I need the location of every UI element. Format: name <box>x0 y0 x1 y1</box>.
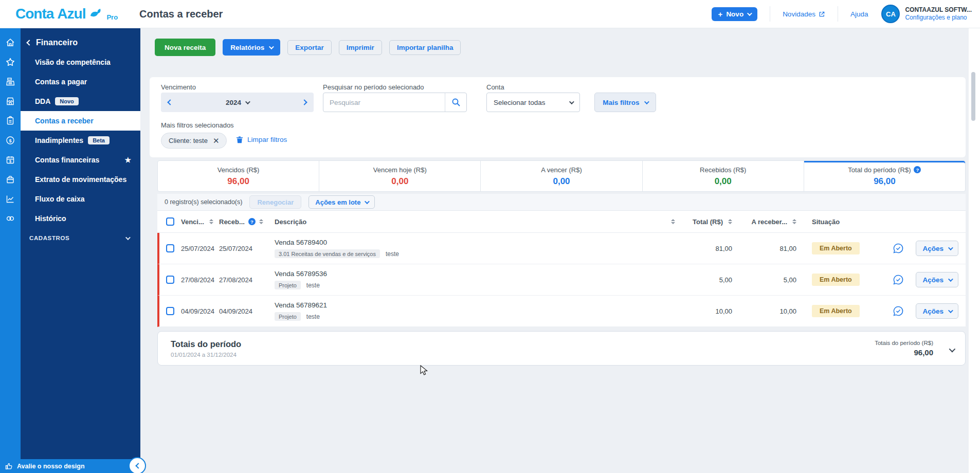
col-areceber-label: A receber... <box>751 218 787 226</box>
account-settings-link[interactable]: Configurações e plano <box>905 14 972 21</box>
card-vencem-hoje[interactable]: Vencem hoje (R$) 0,00 <box>319 160 481 192</box>
col-vencimento-label: Venci... <box>181 218 204 226</box>
leaf-icon <box>89 8 103 20</box>
totals-expand-button[interactable] <box>949 345 954 354</box>
exportar-button[interactable]: Exportar <box>287 40 332 55</box>
areceber-value: 10,00 <box>779 307 796 315</box>
conta-select[interactable]: Selecionar todas <box>486 93 580 112</box>
sidebar-item-label: Visão de competência <box>35 58 111 66</box>
imprimir-button[interactable]: Imprimir <box>339 40 382 55</box>
link-icon[interactable] <box>0 209 21 228</box>
year-dropdown[interactable]: 2024 <box>226 99 249 106</box>
acoes-button[interactable]: Ações <box>916 303 958 319</box>
select-all-checkbox[interactable] <box>166 217 174 226</box>
relatorios-button[interactable]: Relatórios <box>223 39 280 56</box>
col-descricao-label: Descrição <box>275 218 306 226</box>
card-total-periodo[interactable]: Total do período (R$) ? 96,00 <box>804 160 966 192</box>
vencimento-label: Vencimento <box>161 83 196 91</box>
avatar[interactable]: CA <box>881 5 900 23</box>
sidebar-item-fluxo-de-caixa[interactable]: Fluxo de caixa <box>21 189 140 209</box>
row-checkbox[interactable] <box>166 244 174 252</box>
chat-check-icon[interactable] <box>892 242 904 254</box>
star-icon[interactable] <box>0 52 21 72</box>
help-icon[interactable]: ? <box>914 166 921 173</box>
sort-extra[interactable] <box>671 219 675 224</box>
previous-period-button[interactable] <box>168 100 172 104</box>
acoes-em-lote-button[interactable]: Ações em lote <box>308 195 375 209</box>
totals-title: Totais do período <box>171 339 241 349</box>
next-period-button[interactable] <box>302 100 306 104</box>
search-box <box>323 93 467 112</box>
logo-text-azul: Azul <box>57 6 85 22</box>
search-input[interactable] <box>323 93 445 112</box>
logo-pro-label: Pro <box>106 13 118 21</box>
sidebar-item-label: DDA <box>35 97 50 105</box>
limpar-filtros-link[interactable]: Limpar filtros <box>236 136 287 143</box>
sidebar-collapse-button[interactable] <box>129 457 146 473</box>
totals-date-range: 01/01/2024 a 31/12/2024 <box>171 352 241 358</box>
sidebar-item-contas-a-pagar[interactable]: Contas a pagar <box>21 72 140 92</box>
sidebar-item-contas-financeiras[interactable]: Contas financeiras ★ <box>21 150 140 170</box>
row-description[interactable]: Venda 56789536 <box>275 270 665 278</box>
sidebar-section-cadastros[interactable]: CADASTROS <box>21 228 140 248</box>
chat-check-icon[interactable] <box>892 274 904 286</box>
row-checkbox[interactable] <box>166 276 174 284</box>
sidebar-item-historico[interactable]: Histórico <box>21 209 140 228</box>
card-recebidos[interactable]: Recebidos (R$) 0,00 <box>642 160 804 192</box>
renegociar-button[interactable]: Renegociar <box>249 195 301 209</box>
sidebar-item-dda[interactable]: DDA Novo <box>21 92 140 111</box>
novo-button[interactable]: + Novo <box>712 7 758 21</box>
cash-register-icon[interactable] <box>0 72 21 92</box>
thumbs-up-icon <box>5 462 13 470</box>
acoes-button[interactable]: Ações <box>916 272 958 287</box>
sort-total[interactable] <box>728 219 732 224</box>
row-description[interactable]: Venda 56789400 <box>275 239 665 246</box>
chevron-left-icon <box>135 463 141 468</box>
home-icon[interactable] <box>0 33 21 52</box>
help-icon[interactable]: ? <box>248 218 256 225</box>
sort-vencimento[interactable] <box>209 219 213 224</box>
scrollbar-thumb[interactable] <box>971 72 975 121</box>
novidades-link[interactable]: Novidades <box>783 10 825 18</box>
sidebar-item-contas-a-receber[interactable]: Contas a receber <box>21 111 140 131</box>
chevron-down-icon <box>245 99 250 104</box>
chevron-down-icon <box>948 308 953 313</box>
mais-filtros-button[interactable]: Mais filtros <box>594 93 656 112</box>
sidebar-item-visao-de-competencia[interactable]: Visão de competência <box>21 52 140 72</box>
card-label: Total do período (R$) ? <box>848 166 921 174</box>
receivables-table: 0 registro(s) selecionado(s) Renegociar … <box>157 194 966 327</box>
dollar-circle-icon[interactable]: $ <box>0 131 21 150</box>
chat-check-icon[interactable] <box>892 305 904 317</box>
calendar-dollar-icon[interactable]: $ <box>0 150 21 170</box>
sort-areceber[interactable] <box>792 219 796 224</box>
beta-badge: Beta <box>88 136 110 144</box>
box-icon[interactable] <box>0 170 21 189</box>
filter-chip-cliente[interactable]: Cliente: teste ✕ <box>161 133 227 149</box>
card-a-vencer[interactable]: A vencer (R$) 0,00 <box>480 160 642 192</box>
chart-line-icon[interactable] <box>0 189 21 209</box>
importar-planilha-button[interactable]: Importar planilha <box>389 40 461 55</box>
trash-icon <box>236 136 243 143</box>
remove-chip-icon[interactable]: ✕ <box>213 137 220 144</box>
sort-recebimento[interactable] <box>259 219 263 224</box>
rate-design-bar[interactable]: Avalie o nosso design <box>0 459 140 473</box>
col-situacao-label: Situação <box>812 218 840 226</box>
sidebar-item-inadimplentes[interactable]: Inadimplentes Beta <box>21 131 140 150</box>
sidebar: Financeiro Visão de competência Contas a… <box>21 28 140 459</box>
sidebar-section-financeiro[interactable]: Financeiro <box>21 33 140 52</box>
search-button[interactable] <box>445 93 466 112</box>
account-name: CONTAAZUL SOFTW... <box>905 7 972 13</box>
row-checkbox[interactable] <box>166 307 174 315</box>
clipboard-icon[interactable] <box>0 111 21 131</box>
nova-receita-button[interactable]: Nova receita <box>155 39 215 56</box>
store-icon[interactable] <box>0 92 21 111</box>
ajuda-link[interactable]: Ajuda <box>850 10 868 18</box>
account-menu[interactable]: CONTAAZUL SOFTW... Configurações e plano <box>905 7 972 21</box>
contaazul-logo[interactable]: Conta Azul Pro <box>15 6 118 22</box>
sidebar-item-extrato-de-movimentacoes[interactable]: Extrato de movimentações <box>21 170 140 189</box>
row-description[interactable]: Venda 56789621 <box>275 301 665 309</box>
card-vencidos[interactable]: Vencidos (R$) 96,00 <box>157 160 319 192</box>
limpar-filtros-label: Limpar filtros <box>247 136 287 143</box>
acoes-button[interactable]: Ações <box>916 241 958 256</box>
card-value: 0,00 <box>553 176 570 187</box>
